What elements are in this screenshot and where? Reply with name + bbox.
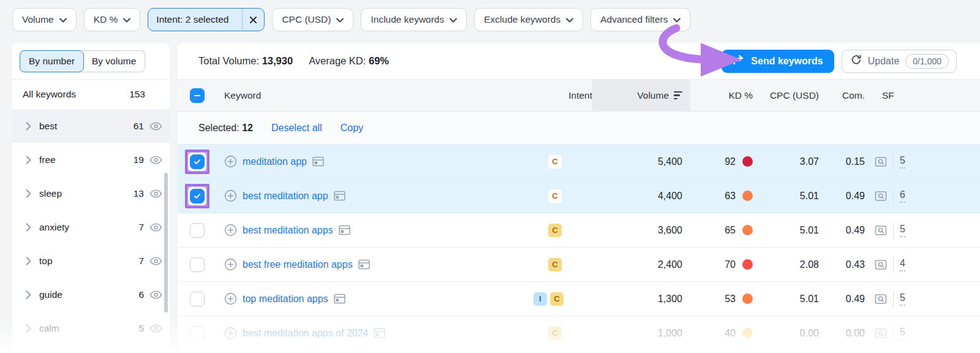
filter-kd[interactable]: KD %: [84, 8, 141, 31]
total-volume: Total Volume: 13,930: [198, 55, 293, 67]
add-keyword-icon[interactable]: [224, 155, 237, 168]
filter-volume[interactable]: Volume: [12, 8, 77, 31]
sidebar-group-best[interactable]: best 61: [12, 109, 170, 143]
group-count: 7: [138, 256, 144, 267]
sidebar-group-calm[interactable]: calm 5: [12, 311, 170, 345]
keyword-link[interactable]: best meditation apps of 2024: [243, 328, 368, 339]
add-keyword-icon[interactable]: [224, 292, 237, 305]
keyword-link[interactable]: best meditation app: [243, 191, 328, 202]
eye-icon[interactable]: [149, 156, 162, 164]
sf-count[interactable]: 4: [900, 257, 905, 271]
serp-card-icon[interactable]: [312, 156, 324, 167]
row-checkbox[interactable]: [190, 154, 205, 169]
serp-features-icon[interactable]: [875, 259, 887, 271]
keyword-link[interactable]: meditation app: [243, 156, 307, 167]
eye-icon[interactable]: [149, 324, 162, 333]
sidebar-group-guide[interactable]: guide 6: [12, 278, 170, 311]
filter-exclude-label: Exclude keywords: [484, 14, 560, 25]
eye-icon[interactable]: [149, 189, 162, 198]
serp-card-icon[interactable]: [334, 191, 345, 201]
eye-icon[interactable]: [149, 290, 162, 299]
clear-intent-filter-icon[interactable]: [242, 9, 264, 31]
keyword-link[interactable]: best free meditation apps: [243, 259, 353, 270]
row-checkbox[interactable]: [190, 292, 205, 306]
sidebar-group-top[interactable]: top 7: [12, 244, 170, 278]
eye-icon[interactable]: [149, 223, 162, 232]
total-volume-label: Total Volume:: [198, 55, 259, 66]
sf-count[interactable]: 5: [900, 154, 905, 169]
row-checkbox[interactable]: [190, 189, 205, 203]
table-row[interactable]: best meditation apps C 3,600 65 5.01 0.4…: [178, 213, 980, 248]
serp-features-icon[interactable]: [875, 293, 887, 305]
sf-count[interactable]: 5: [900, 223, 905, 237]
chevron-right-icon[interactable]: [26, 189, 31, 198]
chevron-right-icon[interactable]: [26, 257, 31, 265]
cpc-value: 2.08: [753, 259, 819, 270]
deselect-all-link[interactable]: Deselect all: [271, 123, 322, 134]
filter-exclude-keywords[interactable]: Exclude keywords: [474, 8, 583, 31]
copy-link[interactable]: Copy: [341, 123, 363, 134]
selected-label: Selected:: [198, 123, 239, 133]
sf-count[interactable]: 5: [900, 326, 905, 340]
table-row[interactable]: best meditation apps of 2024 C 1,000 40 …: [178, 316, 980, 351]
filter-cpc[interactable]: CPC (USD): [272, 8, 353, 31]
serp-features-icon[interactable]: [875, 224, 887, 237]
serp-card-icon[interactable]: [334, 294, 345, 304]
header-kd[interactable]: KD %: [728, 90, 753, 101]
filter-include-keywords[interactable]: Include keywords: [361, 8, 467, 31]
serp-features-icon[interactable]: [875, 156, 887, 168]
serp-card-icon[interactable]: [339, 225, 350, 235]
all-keywords-row[interactable]: All keywords 153: [12, 79, 170, 109]
tab-by-volume[interactable]: By volume: [83, 50, 145, 72]
table-row[interactable]: best free meditation apps C 2,400 70 2.0…: [178, 248, 980, 282]
eye-icon[interactable]: [149, 122, 162, 131]
chevron-right-icon[interactable]: [26, 122, 31, 131]
add-keyword-icon[interactable]: [224, 189, 237, 202]
row-checkbox[interactable]: [190, 223, 205, 238]
add-keyword-icon[interactable]: [224, 224, 237, 237]
send-keywords-button[interactable]: Send keywords: [722, 50, 834, 73]
serp-features-icon[interactable]: [875, 190, 887, 202]
sidebar-group-anxiety[interactable]: anxiety 7: [12, 210, 170, 244]
row-checkbox[interactable]: [190, 257, 205, 272]
sidebar-group-sleep[interactable]: sleep 13: [12, 176, 170, 210]
sf-count[interactable]: 5: [900, 292, 905, 306]
header-com[interactable]: Com.: [842, 90, 865, 101]
filter-advanced[interactable]: Advanced filters: [590, 8, 690, 31]
tab-by-number[interactable]: By number: [20, 50, 84, 72]
group-count: 7: [138, 222, 144, 233]
chevron-right-icon[interactable]: [26, 324, 31, 333]
header-volume-sorted[interactable]: Volume: [592, 80, 690, 111]
chevron-right-icon[interactable]: [26, 290, 31, 299]
table-row[interactable]: meditation app C 5,400 92 3.07 0.15 5: [178, 145, 980, 179]
serp-features-icon[interactable]: [875, 327, 887, 340]
filter-intent-label: Intent: 2 selected: [148, 9, 236, 31]
header-keyword[interactable]: Keyword: [224, 90, 261, 101]
keyword-link[interactable]: best meditation apps: [243, 225, 333, 236]
update-button[interactable]: Update 0/1,000: [842, 50, 957, 73]
keyword-link[interactable]: top meditation apps: [243, 294, 328, 305]
serp-card-icon[interactable]: [374, 328, 385, 338]
header-intent[interactable]: Intent: [568, 90, 592, 101]
chevron-right-icon[interactable]: [26, 223, 31, 232]
select-all-checkbox[interactable]: [190, 88, 205, 103]
sidebar-scrollbar[interactable]: [164, 173, 168, 313]
kd-value: 40: [725, 328, 736, 339]
sf-count[interactable]: 6: [900, 189, 905, 203]
group-count: 19: [134, 154, 144, 165]
serp-card-icon[interactable]: [358, 259, 370, 270]
annotation-checkbox-highlight: [185, 184, 209, 208]
chevron-right-icon[interactable]: [26, 156, 31, 164]
intent-badge-commercial: C: [548, 224, 562, 237]
average-kd: Average KD: 69%: [309, 55, 389, 67]
add-keyword-icon[interactable]: [224, 258, 237, 271]
add-keyword-icon[interactable]: [224, 327, 237, 340]
table-row[interactable]: best meditation app C 4,400 63 5.01 0.49…: [178, 179, 980, 213]
row-checkbox[interactable]: [190, 326, 205, 341]
eye-icon[interactable]: [149, 257, 162, 265]
header-sf[interactable]: SF: [882, 90, 894, 101]
header-cpc[interactable]: CPC (USD): [770, 90, 819, 101]
table-row[interactable]: top meditation apps I C 1,300 53 5.01 0.…: [178, 282, 980, 316]
filter-intent[interactable]: Intent: 2 selected: [148, 8, 265, 31]
sidebar-group-free[interactable]: free 19: [12, 143, 170, 176]
